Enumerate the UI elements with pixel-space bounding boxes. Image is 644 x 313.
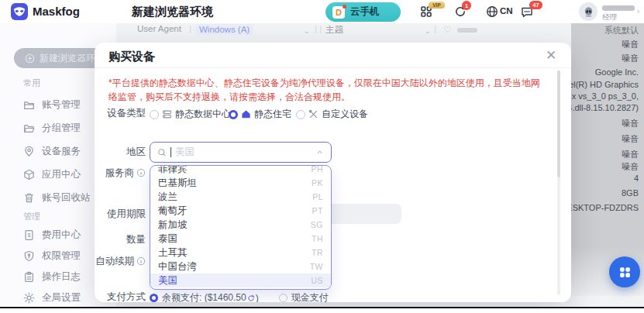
radio-checked xyxy=(229,110,238,119)
globe-icon[interactable] xyxy=(486,5,498,18)
pipe-divider: | | xyxy=(315,24,322,33)
device-type-option-datacenter[interactable]: 静态数据中心 xyxy=(150,108,231,121)
environment-config-panel: 系统默认 噪音 噪音 Google Inc. , Intel(R) HD Gra… xyxy=(571,23,644,296)
grid-menu-icon xyxy=(618,266,632,279)
scrollbar-thumb[interactable] xyxy=(557,71,560,177)
env-property-value: 噪音 xyxy=(622,118,639,129)
user-role: 经理 xyxy=(602,12,617,22)
payment-method-label: 支付方式 xyxy=(95,291,146,302)
provider-label: 服务商 xyxy=(95,167,146,179)
useragent-value-chip: Windows (A) xyxy=(195,24,253,35)
caret-down-icon: ⌄ xyxy=(304,26,310,35)
cash-pay-option[interactable]: 现金支付 xyxy=(291,291,329,302)
cube-icon xyxy=(23,169,35,181)
balance-pay-radio[interactable] xyxy=(150,294,158,302)
shield-key-icon xyxy=(23,250,35,262)
info-icon xyxy=(136,256,146,266)
dropdown-option[interactable]: 菲律宾 PH xyxy=(150,165,331,176)
redacted-text xyxy=(457,28,477,33)
refresh-balance-icon[interactable] xyxy=(247,294,255,302)
sidebar-item-recycle-bin[interactable]: 账号回收站 xyxy=(23,188,91,207)
refresh-badge: 1 xyxy=(462,1,471,10)
dropdown-option[interactable]: 葡萄牙 PT xyxy=(150,204,331,218)
dropdown-option[interactable]: 巴基斯坦 PK xyxy=(150,176,331,190)
chevron-up-icon[interactable] xyxy=(315,148,324,156)
vip-badge: VIP xyxy=(429,2,445,9)
sidebar-item-global-settings[interactable]: 全局设置 xyxy=(23,288,81,307)
cash-pay-radio[interactable] xyxy=(279,294,288,302)
plus-circle-icon xyxy=(25,53,35,64)
search-icon xyxy=(157,148,167,157)
location-pin-icon xyxy=(23,146,35,157)
dropdown-option[interactable]: 新加坡 SG xyxy=(150,218,331,232)
alien-avatar-icon xyxy=(583,6,594,18)
region-dropdown: 菲律宾 PH 巴基斯坦 PK 波兰 PL 葡萄牙 PT xyxy=(150,165,332,290)
sidebar-item-permissions[interactable]: 权限管理 xyxy=(23,246,81,265)
pipe-divider: | xyxy=(189,24,191,33)
balance-pay-option[interactable]: 余额支付: ($1460.50 ) xyxy=(162,291,259,302)
device-type-option-residential[interactable]: 静态住宅 xyxy=(229,108,291,121)
device-type-label: 设备类型 xyxy=(95,107,146,119)
radio-unchecked xyxy=(296,110,305,119)
maskfog-logo-icon xyxy=(11,3,28,20)
sidebar-item-groups[interactable]: 分组管理 xyxy=(23,119,81,137)
server-icon xyxy=(162,109,172,119)
sidebar-section-manage: 管理 xyxy=(23,211,40,222)
pipe-divider: | xyxy=(434,24,436,33)
region-label: 地区 xyxy=(95,142,146,163)
close-icon[interactable]: ✕ xyxy=(542,46,560,64)
dropdown-option[interactable]: 波兰 PL xyxy=(150,190,331,204)
sidebar-item-device-service[interactable]: 设备服务 xyxy=(23,142,81,160)
dropdown-option[interactable]: 中国台湾 TW xyxy=(150,260,331,273)
svg-text:$: $ xyxy=(27,231,31,238)
quantity-label: 数量 xyxy=(95,233,146,246)
modal-scrollbar[interactable] xyxy=(557,71,560,295)
page-title: 新建浏览器环境 xyxy=(132,5,213,19)
dropdown-option[interactable]: 土耳其 TR xyxy=(150,246,331,260)
env-property-value: Google Inc. xyxy=(595,67,639,77)
tools-icon xyxy=(308,109,319,119)
radio-unchecked xyxy=(150,110,159,119)
receipt-dollar-icon: $ xyxy=(23,229,35,241)
quick-menu-button[interactable] xyxy=(609,256,640,287)
device-type-option-custom[interactable]: 自定义设备 xyxy=(296,108,368,121)
trash-icon xyxy=(23,192,35,204)
modal-title: 购买设备 xyxy=(108,50,155,64)
bottom-margin xyxy=(0,308,644,313)
house-icon xyxy=(241,109,251,119)
folder-open-icon xyxy=(23,122,35,134)
avatar[interactable] xyxy=(579,2,598,21)
env-property-value: 噪音 xyxy=(622,53,639,64)
env-property-value: 噪音 xyxy=(622,133,639,145)
sidebar-item-accounts[interactable]: 账号管理 xyxy=(23,95,81,114)
dropdown-option[interactable]: 泰国 TH xyxy=(150,232,331,246)
modal-header-divider xyxy=(95,67,571,68)
sidebar-item-app-center[interactable]: 应用中心 xyxy=(23,165,81,184)
theme-label: 主题 xyxy=(325,24,343,36)
folder-icon xyxy=(23,99,35,111)
chevron-right-icon[interactable]: › xyxy=(637,7,639,15)
region-search-input[interactable]: 美国 xyxy=(150,142,332,163)
user-name-redacted xyxy=(602,5,635,11)
sidebar-item-operation-log[interactable]: 操作日志 xyxy=(23,267,81,286)
env-property-value: 系统默认 xyxy=(604,25,639,36)
env-property-value: 噪音 xyxy=(622,149,639,160)
useragent-label: User Agent xyxy=(137,24,181,33)
dropdown-option[interactable]: 美国 US xyxy=(150,273,331,287)
env-property-value: 噪音 xyxy=(622,39,639,50)
env-property-value: DESKTOP-FDZDRS xyxy=(560,203,639,212)
purchase-device-modal: 购买设备 ✕ *平台提供的静态数据中心、静态住宅设备为纯净代理设备，仅限在中国大… xyxy=(95,43,571,302)
env-property-value: 8GB xyxy=(622,188,639,198)
text-cursor xyxy=(170,147,171,157)
language-selector[interactable]: CN xyxy=(500,6,513,15)
cloud-phone-icon: D xyxy=(332,6,345,19)
duration-label: 使用期限 xyxy=(95,204,146,224)
sidebar-item-billing[interactable]: $ 费用中心 xyxy=(23,225,81,244)
policy-warning-text: *平台提供的静态数据中心、静态住宅设备为纯净代理设备，仅限在中国大陆以外的地区使… xyxy=(108,76,547,104)
sidebar-section-common: 常用 xyxy=(23,77,40,89)
cloud-phone-button[interactable]: D 云手机 xyxy=(325,2,401,22)
region-placeholder: 美国 xyxy=(175,146,312,159)
env-property-value: 4 xyxy=(634,174,639,183)
heart-icon: ♡ xyxy=(443,24,451,35)
top-navbar: Maskfog 新建浏览器环境 D 云手机 VIP 1 CN 47 经理 › xyxy=(0,0,644,23)
